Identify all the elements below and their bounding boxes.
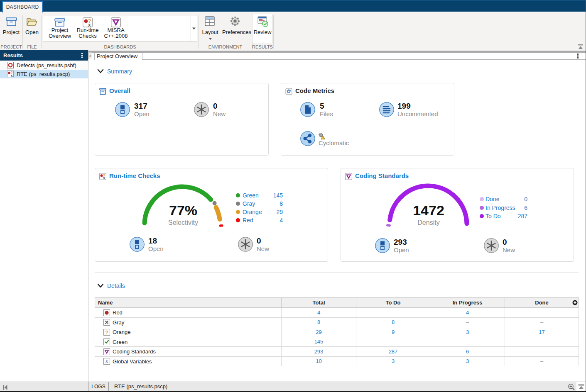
- svg-text:x: x: [11, 73, 13, 77]
- svg-text:?: ?: [105, 329, 108, 335]
- svg-text:x: x: [105, 359, 108, 364]
- svg-text:x: x: [88, 22, 91, 28]
